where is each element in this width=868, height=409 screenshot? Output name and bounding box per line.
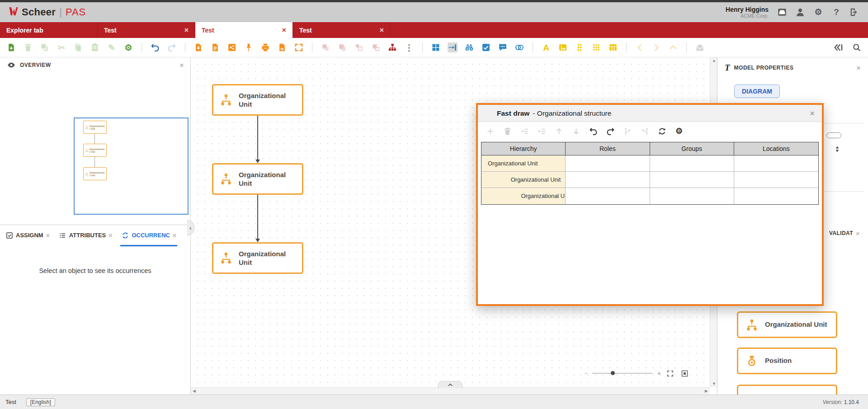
- report-icon[interactable]: [210, 42, 220, 52]
- nav-up-icon[interactable]: [668, 42, 678, 52]
- auto-layout-hierarchy-icon[interactable]: [387, 42, 397, 52]
- snap-to-grid-icon[interactable]: [448, 42, 458, 52]
- palette-item-partial[interactable]: [737, 385, 837, 395]
- word-export-icon[interactable]: w: [277, 42, 287, 52]
- org-unit-node[interactable]: Organizational Unit: [212, 163, 303, 195]
- tab-assignm[interactable]: ASSIGNM×: [5, 226, 51, 246]
- undo-icon[interactable]: [588, 126, 598, 136]
- fit-to-screen-icon[interactable]: [680, 368, 690, 378]
- document-tab-0[interactable]: Explorer tab: [0, 22, 98, 38]
- empty-cell[interactable]: [650, 172, 734, 188]
- multi-select-icon[interactable]: [481, 42, 491, 52]
- text-style-icon[interactable]: A: [541, 42, 551, 52]
- diagram-button[interactable]: DIAGRAM: [734, 85, 780, 98]
- scroll-up-icon[interactable]: ▲: [712, 59, 716, 63]
- more-options-icon[interactable]: ⋮: [404, 42, 414, 52]
- expand-bottom-panel-button[interactable]: [438, 381, 462, 388]
- close-tab-icon[interactable]: ×: [46, 232, 50, 239]
- undo-icon[interactable]: [150, 42, 160, 52]
- move-up-icon[interactable]: [554, 126, 564, 136]
- nav-next-icon[interactable]: [651, 42, 661, 52]
- user-profile-icon[interactable]: [795, 7, 806, 18]
- close-tab-icon[interactable]: ×: [173, 232, 176, 239]
- sort-updown-icon[interactable]: [833, 145, 841, 155]
- inbox-tray-icon[interactable]: [777, 7, 788, 18]
- layout-grid-icon[interactable]: [431, 42, 441, 52]
- palette-item-organizational-unit[interactable]: Organizational Unit: [737, 311, 837, 338]
- empty-cell[interactable]: [566, 155, 650, 172]
- pin-icon[interactable]: [244, 42, 254, 52]
- delete-row-icon[interactable]: [502, 126, 512, 136]
- hierarchy-cell[interactable]: Organizational U: [481, 188, 566, 204]
- branch-right-icon[interactable]: [640, 126, 650, 136]
- dialog-header[interactable]: Fast draw - Organizational structure ×: [478, 105, 822, 122]
- insert-table-icon[interactable]: [608, 42, 618, 52]
- scroll-down-icon[interactable]: ▼: [712, 382, 716, 386]
- document-tab-2[interactable]: Test×: [195, 22, 293, 38]
- fast-draw-settings-icon[interactable]: ⚙: [674, 126, 684, 136]
- org-unit-node[interactable]: Organizational Unit: [212, 242, 303, 274]
- close-icon[interactable]: ×: [810, 109, 815, 118]
- table-row[interactable]: Organizational Unit: [481, 155, 818, 172]
- hierarchy-cell[interactable]: Organizational Unit: [481, 155, 566, 172]
- empty-cell[interactable]: [650, 155, 734, 172]
- empty-cell[interactable]: [566, 172, 650, 188]
- help-icon[interactable]: ?: [831, 7, 842, 18]
- bring-to-front-icon[interactable]: [321, 42, 330, 52]
- close-tab-icon[interactable]: ×: [380, 26, 384, 34]
- branch-left-icon[interactable]: [623, 126, 632, 136]
- connection-edge[interactable]: [257, 116, 258, 160]
- empty-cell[interactable]: [734, 188, 818, 204]
- empty-cell[interactable]: [734, 172, 818, 188]
- add-row-icon[interactable]: [485, 126, 495, 136]
- toggle-view-icon[interactable]: [514, 42, 524, 52]
- close-icon[interactable]: ×: [856, 230, 860, 237]
- insert-image-icon[interactable]: [558, 42, 568, 52]
- close-tab-icon[interactable]: ×: [184, 26, 189, 34]
- connection-edge[interactable]: [257, 195, 258, 239]
- scroll-left-icon[interactable]: ◀: [193, 389, 196, 393]
- zoom-slider[interactable]: [592, 373, 653, 374]
- bring-forward-icon[interactable]: [354, 42, 364, 52]
- send-to-back-icon[interactable]: [337, 42, 347, 52]
- comments-icon[interactable]: [498, 42, 508, 52]
- close-tab-icon[interactable]: ×: [108, 232, 112, 239]
- indent-icon[interactable]: [537, 126, 547, 136]
- tab-attributes[interactable]: ATTRIBUTES×: [58, 226, 113, 246]
- paste-icon[interactable]: [90, 42, 100, 52]
- copy-icon[interactable]: [73, 42, 83, 52]
- nav-previous-icon[interactable]: [635, 42, 645, 52]
- print-icon[interactable]: [260, 42, 270, 52]
- org-unit-node[interactable]: Organizational Unit: [212, 84, 303, 116]
- model-settings-icon[interactable]: ⚙: [123, 42, 133, 52]
- cut-icon[interactable]: ✂: [57, 42, 66, 52]
- send-backward-icon[interactable]: [371, 42, 381, 52]
- empty-cell[interactable]: [566, 188, 650, 204]
- refresh-icon[interactable]: [657, 126, 667, 136]
- fullscreen-icon[interactable]: [665, 368, 675, 378]
- move-down-icon[interactable]: [571, 126, 581, 136]
- user-info[interactable]: Henry Higgins ACME Corp.: [726, 6, 769, 19]
- edit-icon[interactable]: ✎: [107, 42, 117, 52]
- import-file-icon[interactable]: [193, 42, 203, 52]
- property-pill-control[interactable]: [826, 132, 841, 138]
- settings-icon[interactable]: ⚙: [813, 7, 824, 18]
- tab-occurrenc[interactable]: OCCURRENC×: [120, 226, 177, 246]
- hierarchy-cell[interactable]: Organizational Unit: [481, 172, 566, 188]
- document-tab-1[interactable]: Test×: [98, 22, 195, 38]
- new-model-icon[interactable]: [6, 42, 16, 52]
- zoom-in-button[interactable]: +: [657, 370, 661, 376]
- scroll-right-icon[interactable]: ▶: [705, 389, 708, 393]
- find-icon[interactable]: [464, 42, 474, 52]
- zoom-slider-handle[interactable]: [611, 371, 615, 375]
- empty-cell[interactable]: [734, 155, 818, 172]
- delete-icon[interactable]: [23, 42, 33, 52]
- language-selector[interactable]: [English]: [26, 398, 55, 406]
- symbols-grid-icon[interactable]: [591, 42, 601, 52]
- zoom-out-button[interactable]: -: [585, 370, 587, 376]
- share-icon[interactable]: [227, 42, 237, 52]
- duplicate-icon[interactable]: [40, 42, 50, 52]
- empty-cell[interactable]: [650, 188, 734, 204]
- palette-item-position[interactable]: Position: [737, 348, 837, 374]
- close-icon[interactable]: ×: [856, 64, 861, 72]
